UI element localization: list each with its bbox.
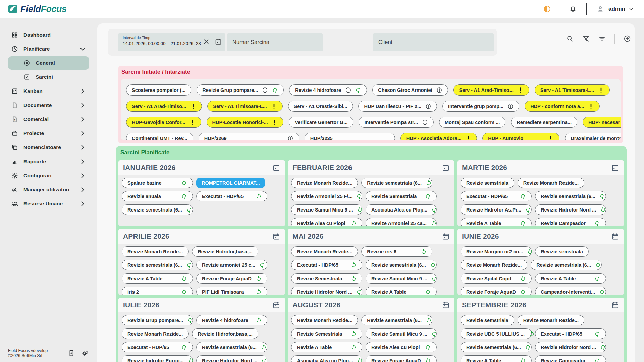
task-chip[interactable]: Remediere serpentina... [511, 117, 577, 128]
task-chip[interactable]: Revizie Grup pompare... [122, 315, 193, 325]
sidebar-item-configurari[interactable]: Configurari [8, 169, 89, 182]
person-icon[interactable] [596, 5, 604, 13]
task-chip[interactable]: Revizie semstriala [461, 178, 514, 188]
sidebar-item-general[interactable]: General [8, 56, 89, 70]
task-chip[interactable]: Serv - A1 Timisoara-L... [207, 101, 282, 112]
task-chip[interactable]: Executat - HDP/65 [535, 328, 606, 339]
task-chip[interactable]: HDP-Gavojdia Confor... [126, 117, 201, 128]
sidebar-item-planificare[interactable]: Planificare [8, 42, 89, 56]
client-input[interactable] [373, 33, 494, 51]
task-chip[interactable]: Revize Monarh Rezide... [461, 260, 527, 270]
task-chip[interactable]: iris 2 [122, 287, 193, 295]
interval-field[interactable]: Interval de Timp 14.01.2026, 00:00:00 – … [118, 33, 225, 51]
task-chip[interactable]: Campeador-Interventi... [535, 287, 606, 295]
task-chip[interactable]: Revizie A Table [535, 273, 606, 284]
task-chip[interactable]: ROMPETROL GIARMAT... [196, 178, 265, 188]
task-chip[interactable]: Revizie Alea cu Plopi [291, 218, 362, 226]
task-chip[interactable]: Revizie Campeador [535, 355, 606, 362]
task-chip[interactable]: Serv - A1 Timisoara-L... [535, 84, 610, 96]
task-chip[interactable]: Revizie A Table [122, 273, 193, 284]
task-chip[interactable]: Revizie iris 6 [361, 246, 432, 257]
task-chip[interactable]: Revize Armoniei 25 ca... [366, 218, 437, 226]
task-chip[interactable]: Cheson Giroc Armoniei [372, 84, 448, 96]
task-chip[interactable]: Interventie Pompa str... [359, 117, 434, 128]
task-chip[interactable]: Executat - HDP/65 [122, 342, 193, 352]
task-chip[interactable]: Spalare bazine [122, 178, 193, 188]
add-circle-icon[interactable] [624, 35, 631, 42]
task-chip[interactable]: Scoaterea pompelor (... [126, 84, 191, 96]
task-chip[interactable]: HDP - Asociatia Adora... [400, 133, 477, 140]
task-chip[interactable]: Revizie Hidrofor Nord ... [535, 204, 606, 215]
task-chip[interactable]: Serv - A1 Arad-Timiso... [126, 101, 202, 112]
receipt-icon[interactable] [68, 350, 75, 357]
task-chip[interactable]: Revizie Armoniei 25 F/... [291, 191, 362, 201]
task-chip[interactable]: Revize Monarh Rezide... [518, 178, 584, 188]
task-chip[interactable]: Revize Monarh Rezide... [291, 178, 358, 188]
task-chip[interactable]: Revizie semestriala (6... [531, 260, 602, 270]
task-chip[interactable]: Asociatia Alea cu Plop... [366, 204, 437, 215]
gear-plus-icon[interactable] [81, 350, 89, 357]
task-chip[interactable]: Montaj Spau conform ... [439, 117, 505, 128]
task-chip[interactable]: Revizie semestriala (6... [196, 342, 267, 352]
sidebar-item-documente[interactable]: Documente [8, 99, 89, 112]
task-chip[interactable]: Revizie Samuil Micu 9 ... [291, 204, 362, 215]
sidebar-item-comercial[interactable]: $Comercial [8, 113, 89, 126]
task-chip[interactable]: Interventie grup pomp... [442, 101, 519, 112]
filter-off-icon[interactable] [582, 35, 590, 42]
task-chip[interactable]: HDP - conform nota a... [525, 101, 600, 112]
sidebar-item-manager-utilizatori[interactable]: Manager utilizatori [8, 183, 89, 196]
task-chip[interactable]: PIF Lidl Timisoara [196, 287, 267, 295]
task-number-input[interactable] [227, 33, 323, 51]
task-chip[interactable]: Revize Monarh Rezide... [122, 328, 189, 339]
contrast-icon[interactable] [543, 5, 551, 13]
task-chip[interactable]: Revizie semestriala (6... [461, 342, 532, 352]
task-chip[interactable]: Revizie Semestriala [291, 273, 362, 284]
filter-lines-icon[interactable] [598, 35, 606, 42]
task-chip[interactable]: Revizie Foraje AquaD [461, 287, 532, 295]
task-chip[interactable]: Revize Monarh Rezide... [291, 246, 358, 257]
task-chip[interactable]: Revizie Marginii nr2 co... [461, 246, 532, 257]
task-chip[interactable]: Asociatia Alea cu Plop... [291, 355, 362, 362]
calendar-icon[interactable] [272, 164, 280, 172]
task-chip[interactable]: Draxelmaier de monta... [565, 133, 621, 140]
task-chip[interactable]: Revizie semestriala (6... [366, 260, 437, 270]
task-chip[interactable]: Revize Monarh Rezide... [122, 246, 189, 257]
task-chip[interactable]: Revizie A Table [366, 287, 437, 295]
task-chip[interactable]: Revizie Hidrofor Nord ... [196, 355, 267, 362]
calendar-icon[interactable] [272, 301, 280, 309]
task-chip[interactable]: HDP Dan Iliescu - PIF 2... [358, 101, 437, 112]
task-chip[interactable]: Revizie Hidrofor,basa,... [192, 328, 258, 339]
task-chip[interactable]: Revizie semestriala (6... [361, 178, 432, 188]
task-chip[interactable]: Revizie 4 hidrofoare [289, 84, 367, 96]
task-chip[interactable]: Verificare Genertor G... [289, 117, 353, 128]
task-chip[interactable]: Revizie Hidrofor Nord ... [535, 342, 606, 352]
bell-icon[interactable] [569, 5, 577, 13]
calendar-icon[interactable] [611, 301, 619, 309]
task-chip[interactable]: Revizie Samuil Micu 9 ... [366, 273, 437, 284]
sidebar-item-sarcini[interactable]: Sarcini [8, 70, 89, 84]
task-chip[interactable]: HDP-Locatie Honorici-... [207, 117, 284, 128]
task-chip[interactable]: HDP- necesar 2 poze ... [583, 117, 621, 128]
sidebar-item-resurse-umane[interactable]: Resurse Umane [8, 197, 89, 210]
task-chip[interactable]: Revizie Spital Copil [461, 273, 532, 284]
task-chip[interactable]: Revizie UBC 5 IULLIUS ... [461, 328, 532, 339]
task-chip[interactable]: Revizie Semestriala [366, 191, 437, 201]
task-chip[interactable]: Revizie hidrofor Europ... [122, 355, 193, 362]
task-chip[interactable]: Executat - HDP/65 [461, 191, 532, 201]
task-chip[interactable]: Revize Monarh Rezide... [518, 315, 584, 325]
task-chip[interactable]: Revizie Alea cu Plopi [366, 342, 437, 352]
sidebar-item-nomenclatoare[interactable]: Nomenclatoare [8, 141, 89, 154]
task-chip[interactable]: Revize Monarh Rezide... [291, 315, 358, 325]
task-chip[interactable]: Revizie A Table [291, 342, 362, 352]
task-chip[interactable]: Serv - A1 Arad-Timiso... [453, 84, 529, 96]
calendar-icon[interactable] [611, 232, 619, 240]
task-chip[interactable]: Revizie semstriala [535, 246, 589, 257]
clear-icon[interactable] [203, 38, 210, 45]
task-chip[interactable]: Revizie semestriala (6... [122, 260, 193, 270]
task-chip[interactable]: Revizie Hidrofor,basa,... [192, 246, 258, 257]
task-chip[interactable]: Revizie semstriala [461, 315, 514, 325]
calendar-icon[interactable] [442, 232, 450, 240]
calendar-icon[interactable] [442, 164, 450, 172]
task-chip[interactable]: Revizie armoniei 25 c... [196, 260, 267, 270]
calendar-icon[interactable] [215, 38, 222, 45]
